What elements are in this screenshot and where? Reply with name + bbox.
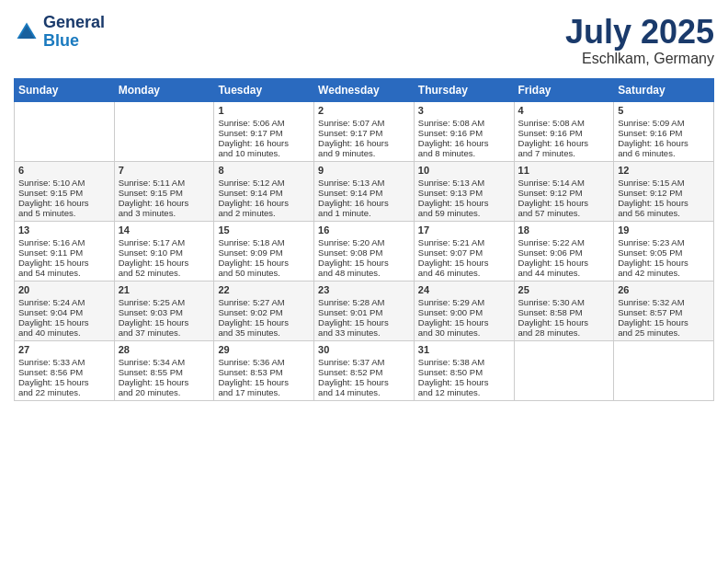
day-info-line: Sunrise: 5:14 AM xyxy=(518,178,610,188)
column-header-tuesday: Tuesday xyxy=(214,78,314,101)
day-info-line: Sunrise: 5:22 AM xyxy=(518,237,610,247)
day-number: 3 xyxy=(418,105,510,116)
day-info-line: Sunrise: 5:08 AM xyxy=(518,118,610,128)
calendar-day-13: 13Sunrise: 5:16 AMSunset: 9:11 PMDayligh… xyxy=(15,221,115,281)
day-info-line: Sunset: 8:55 PM xyxy=(119,367,210,377)
day-info-line: and 14 minutes. xyxy=(318,387,410,397)
day-info-line: Sunrise: 5:24 AM xyxy=(18,297,110,307)
day-info-line: Sunset: 9:14 PM xyxy=(218,188,310,198)
day-info-line: and 59 minutes. xyxy=(418,208,510,218)
day-info-line: and 40 minutes. xyxy=(18,327,110,338)
calendar-empty-cell xyxy=(114,101,214,161)
day-number: 14 xyxy=(119,224,210,236)
day-info-line: Daylight: 15 hours xyxy=(518,317,610,327)
day-info-line: Daylight: 15 hours xyxy=(618,198,710,208)
day-info-line: Daylight: 16 hours xyxy=(318,198,410,208)
day-info-line: and 50 minutes. xyxy=(218,268,310,278)
day-number: 24 xyxy=(418,284,510,295)
day-info-line: Sunset: 9:13 PM xyxy=(418,188,510,198)
logo-icon xyxy=(14,19,40,45)
location-subtitle: Eschlkam, Germany xyxy=(565,51,714,67)
day-info-line: Sunrise: 5:36 AM xyxy=(218,357,310,367)
day-info-line: Sunset: 9:15 PM xyxy=(18,188,110,198)
day-info-line: Daylight: 15 hours xyxy=(618,317,710,327)
title-block: July 2025 Eschlkam, Germany xyxy=(565,14,714,67)
day-info-line: Daylight: 15 hours xyxy=(618,258,710,268)
day-info-line: Daylight: 15 hours xyxy=(318,377,410,387)
day-info-line: Sunrise: 5:17 AM xyxy=(119,237,210,247)
day-number: 1 xyxy=(218,105,310,116)
day-info-line: and 12 minutes. xyxy=(418,387,510,397)
day-info-line: and 56 minutes. xyxy=(618,208,710,218)
day-info-line: Sunrise: 5:07 AM xyxy=(318,118,410,128)
day-info-line: Sunset: 9:17 PM xyxy=(318,128,410,138)
column-header-wednesday: Wednesday xyxy=(314,78,415,101)
calendar-day-19: 19Sunrise: 5:23 AMSunset: 9:05 PMDayligh… xyxy=(614,221,714,281)
day-info-line: Daylight: 15 hours xyxy=(218,377,310,387)
day-info-line: Sunrise: 5:38 AM xyxy=(418,357,510,367)
day-info-line: and 28 minutes. xyxy=(518,327,610,338)
day-info-line: Daylight: 15 hours xyxy=(418,377,510,387)
day-info-line: Sunset: 9:16 PM xyxy=(418,128,510,138)
day-number: 29 xyxy=(218,344,310,355)
calendar-table: SundayMondayTuesdayWednesdayThursdayFrid… xyxy=(14,78,714,401)
day-info-line: Daylight: 16 hours xyxy=(618,138,710,148)
day-info-line: Sunrise: 5:11 AM xyxy=(119,178,210,188)
day-info-line: Sunrise: 5:12 AM xyxy=(218,178,310,188)
day-info-line: Sunset: 9:15 PM xyxy=(119,188,210,198)
day-info-line: Daylight: 15 hours xyxy=(18,258,110,268)
column-header-saturday: Saturday xyxy=(614,78,714,101)
day-info-line: Sunrise: 5:15 AM xyxy=(618,178,710,188)
calendar-week-row: 6Sunrise: 5:10 AMSunset: 9:15 PMDaylight… xyxy=(15,161,714,221)
calendar-empty-cell xyxy=(514,340,614,400)
day-info-line: Sunset: 9:09 PM xyxy=(218,247,310,258)
day-info-line: Sunset: 9:12 PM xyxy=(618,188,710,198)
day-number: 8 xyxy=(218,165,310,176)
day-number: 2 xyxy=(318,105,410,116)
day-info-line: Daylight: 16 hours xyxy=(518,138,610,148)
calendar-day-17: 17Sunrise: 5:21 AMSunset: 9:07 PMDayligh… xyxy=(414,221,514,281)
day-number: 4 xyxy=(518,105,610,116)
day-number: 28 xyxy=(119,344,210,355)
calendar-day-5: 5Sunrise: 5:09 AMSunset: 9:16 PMDaylight… xyxy=(614,101,714,161)
day-info-line: and 54 minutes. xyxy=(18,268,110,278)
logo: General Blue xyxy=(14,14,105,51)
day-info-line: Sunrise: 5:10 AM xyxy=(18,178,110,188)
column-header-friday: Friday xyxy=(514,78,614,101)
day-info-line: and 44 minutes. xyxy=(518,268,610,278)
calendar-empty-cell xyxy=(15,101,115,161)
day-info-line: and 57 minutes. xyxy=(518,208,610,218)
calendar-week-row: 20Sunrise: 5:24 AMSunset: 9:04 PMDayligh… xyxy=(15,281,714,340)
day-number: 27 xyxy=(18,344,110,355)
calendar-day-18: 18Sunrise: 5:22 AMSunset: 9:06 PMDayligh… xyxy=(514,221,614,281)
day-info-line: Daylight: 16 hours xyxy=(18,198,110,208)
day-info-line: Sunrise: 5:33 AM xyxy=(18,357,110,367)
day-info-line: Sunrise: 5:13 AM xyxy=(418,178,510,188)
day-number: 9 xyxy=(318,165,410,176)
calendar-day-1: 1Sunrise: 5:06 AMSunset: 9:17 PMDaylight… xyxy=(214,101,314,161)
calendar-day-21: 21Sunrise: 5:25 AMSunset: 9:03 PMDayligh… xyxy=(114,281,214,340)
day-info-line: and 22 minutes. xyxy=(18,387,110,397)
day-info-line: Sunset: 9:05 PM xyxy=(618,247,710,258)
day-info-line: Sunset: 8:53 PM xyxy=(218,367,310,377)
calendar-day-24: 24Sunrise: 5:29 AMSunset: 9:00 PMDayligh… xyxy=(414,281,514,340)
day-info-line: and 6 minutes. xyxy=(618,148,710,158)
day-info-line: Sunset: 9:01 PM xyxy=(318,307,410,317)
day-info-line: Sunset: 9:06 PM xyxy=(518,247,610,258)
day-info-line: Daylight: 16 hours xyxy=(119,198,210,208)
calendar-day-22: 22Sunrise: 5:27 AMSunset: 9:02 PMDayligh… xyxy=(214,281,314,340)
day-info-line: and 2 minutes. xyxy=(218,208,310,218)
calendar-day-8: 8Sunrise: 5:12 AMSunset: 9:14 PMDaylight… xyxy=(214,161,314,221)
column-header-sunday: Sunday xyxy=(15,78,115,101)
day-number: 17 xyxy=(418,224,510,236)
day-info-line: Daylight: 16 hours xyxy=(418,138,510,148)
day-info-line: Sunrise: 5:06 AM xyxy=(218,118,310,128)
day-info-line: Daylight: 15 hours xyxy=(518,258,610,268)
day-info-line: Sunset: 9:04 PM xyxy=(18,307,110,317)
day-info-line: and 20 minutes. xyxy=(119,387,210,397)
calendar-week-row: 1Sunrise: 5:06 AMSunset: 9:17 PMDaylight… xyxy=(15,101,714,161)
day-info-line: Daylight: 15 hours xyxy=(218,317,310,327)
day-info-line: Sunrise: 5:32 AM xyxy=(618,297,710,307)
day-number: 13 xyxy=(18,224,110,236)
day-info-line: Daylight: 16 hours xyxy=(218,138,310,148)
